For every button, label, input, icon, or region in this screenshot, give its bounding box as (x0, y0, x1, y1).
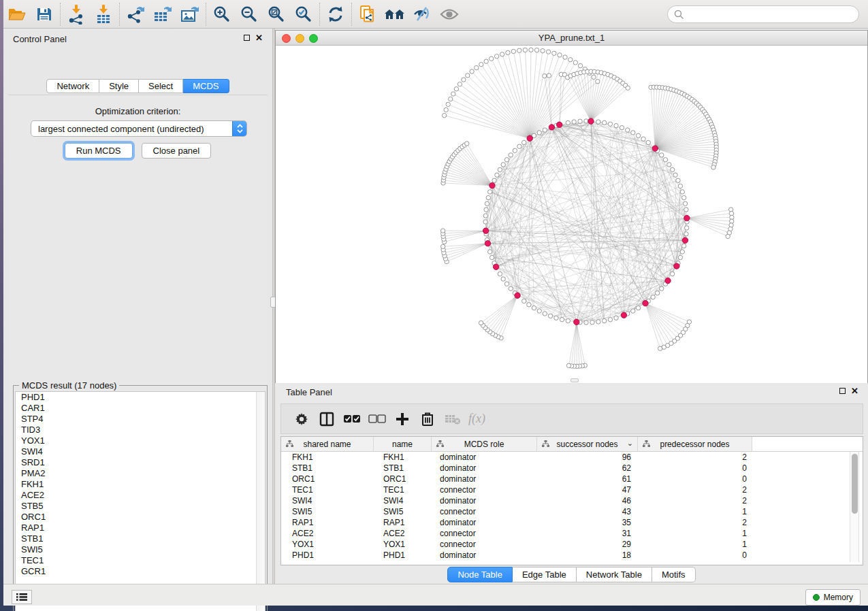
mcds-result-item[interactable]: PMA2 (16, 468, 265, 479)
mcds-result-item[interactable]: CAR1 (16, 403, 265, 414)
table-cell[interactable]: 96 (537, 452, 638, 463)
run-mcds-button[interactable]: Run MCDS (65, 143, 133, 159)
table-cell[interactable]: YOX1 (374, 539, 432, 550)
mcds-result-item[interactable]: GCR1 (16, 566, 265, 577)
mcds-result-item[interactable]: SRD1 (16, 457, 265, 468)
table-cell[interactable]: STB1 (374, 463, 432, 474)
table-settings-icon[interactable] (292, 410, 311, 429)
table-row[interactable]: ACE2ACE2connector311 (281, 528, 863, 539)
table-row[interactable]: STB1STB1dominator620 (281, 463, 863, 474)
optimization-criterion-select[interactable]: largest connected component (undirected) (31, 120, 247, 137)
table-row[interactable]: PHD1PHD1dominator180 (281, 550, 863, 561)
show-hide-columns-icon[interactable] (317, 410, 336, 429)
export-image-icon[interactable] (176, 3, 204, 26)
table-row[interactable]: SWI5SWI5connector431 (281, 506, 863, 517)
table-cell[interactable]: 29 (537, 539, 638, 550)
network-view-titlebar[interactable]: YPA_prune.txt_1 (276, 31, 867, 46)
show-all-icon[interactable] (436, 3, 463, 26)
add-column-icon[interactable] (393, 410, 412, 429)
tab-mcds[interactable]: MCDS (183, 79, 229, 93)
mcds-result-item[interactable]: STP4 (16, 414, 265, 425)
table-row[interactable]: YOX1YOX1connector291 (281, 539, 863, 550)
export-table-icon[interactable] (149, 3, 176, 26)
mcds-result-item[interactable]: ORC1 (16, 512, 265, 523)
mcds-result-item[interactable]: STB5 (16, 501, 265, 512)
tab-network[interactable]: Network (46, 79, 99, 93)
table-cell[interactable]: ACE2 (374, 528, 432, 539)
table-cell[interactable]: dominator (432, 463, 537, 474)
table-cell[interactable]: RAP1 (374, 517, 432, 528)
table-row[interactable]: SWI4SWI4dominator462 (281, 495, 863, 506)
hide-selected-icon[interactable] (408, 3, 436, 26)
splitter-gripper-horizontal[interactable] (570, 378, 579, 382)
zoom-selected-icon[interactable] (290, 3, 317, 26)
first-neighbors-icon[interactable] (381, 3, 408, 26)
sort-descending-icon[interactable]: ⌄ (627, 439, 633, 448)
delete-columns-icon[interactable] (418, 410, 437, 429)
mcds-result-item[interactable]: SWI5 (16, 544, 265, 555)
table-cell[interactable]: SWI4 (374, 495, 432, 506)
zoom-out-icon[interactable] (236, 3, 263, 26)
mcds-result-item[interactable]: SWI4 (16, 446, 265, 457)
table-cell[interactable]: dominator (432, 495, 537, 506)
mcds-result-item[interactable]: TEC1 (16, 555, 265, 566)
search-box[interactable] (667, 5, 859, 23)
memory-button[interactable]: Memory (805, 589, 861, 606)
mcds-result-item[interactable]: TID3 (16, 425, 265, 435)
tab-motifs[interactable]: Motifs (652, 567, 696, 582)
table-cell[interactable]: 1 (638, 539, 752, 550)
new-network-from-selection-icon[interactable] (354, 3, 381, 26)
mcds-result-item[interactable]: FKH1 (16, 479, 265, 490)
tab-network-table[interactable]: Network Table (577, 567, 652, 582)
table-cell[interactable]: 18 (537, 550, 638, 561)
tab-select[interactable]: Select (139, 79, 183, 93)
window-zoom-traffic-icon[interactable] (309, 34, 318, 43)
table-cell[interactable]: 1 (638, 528, 752, 539)
table-cell[interactable]: 0 (638, 550, 752, 561)
scrollbar-thumb[interactable] (852, 454, 858, 514)
table-cell[interactable]: FKH1 (281, 452, 374, 463)
import-table-icon[interactable] (90, 3, 117, 26)
table-cell[interactable]: 0 (638, 463, 752, 474)
mcds-result-item[interactable]: RAP1 (16, 523, 265, 533)
table-cell[interactable]: 61 (537, 474, 638, 484)
refresh-layout-icon[interactable] (322, 3, 349, 26)
table-cell[interactable]: SWI5 (281, 506, 374, 517)
network-graph[interactable] (276, 46, 867, 383)
table-cell[interactable]: 62 (537, 463, 638, 474)
table-cell[interactable]: 2 (638, 495, 752, 506)
deselect-all-icon[interactable] (368, 410, 387, 429)
table-cell[interactable]: 46 (537, 495, 638, 506)
table-cell[interactable]: ORC1 (281, 474, 374, 484)
table-row[interactable]: FKH1FKH1dominator962 (281, 452, 863, 463)
table-cell[interactable]: SWI4 (281, 495, 374, 506)
table-cell[interactable]: 35 (537, 517, 638, 528)
table-cell[interactable]: 2 (638, 517, 752, 528)
close-panel-button[interactable]: Close panel (142, 143, 212, 159)
zoom-in-icon[interactable] (208, 3, 236, 26)
table-cell[interactable]: dominator (432, 474, 537, 484)
table-cell[interactable]: PHD1 (374, 550, 432, 561)
control-panel-float-icon[interactable] (244, 35, 250, 41)
table-cell[interactable]: SWI5 (374, 506, 432, 517)
mcds-result-item[interactable]: PHD1 (16, 392, 265, 403)
mcds-result-item[interactable]: ACE2 (16, 490, 265, 501)
table-cell[interactable]: 47 (537, 484, 638, 495)
table-cell[interactable]: ORC1 (374, 474, 432, 484)
table-cell[interactable]: YOX1 (281, 539, 374, 550)
table-cell[interactable]: 1 (638, 506, 752, 517)
control-panel-close-icon[interactable]: ✕ (255, 35, 263, 41)
network-canvas[interactable] (276, 46, 867, 383)
task-history-button[interactable] (12, 590, 32, 604)
table-cell[interactable]: connector (432, 484, 537, 495)
save-session-icon[interactable] (31, 3, 58, 26)
table-cell[interactable]: connector (432, 506, 537, 517)
column-header-shared-name[interactable]: shared name (281, 437, 374, 452)
search-input[interactable] (684, 7, 858, 21)
window-minimize-traffic-icon[interactable] (295, 34, 304, 43)
table-panel-close-icon[interactable]: ✕ (851, 388, 858, 394)
mcds-result-item[interactable]: YOX1 (16, 435, 265, 446)
window-close-traffic-icon[interactable] (282, 34, 291, 43)
column-header-MCDS-role[interactable]: MCDS role (432, 437, 537, 452)
table-cell[interactable]: 0 (638, 474, 752, 484)
